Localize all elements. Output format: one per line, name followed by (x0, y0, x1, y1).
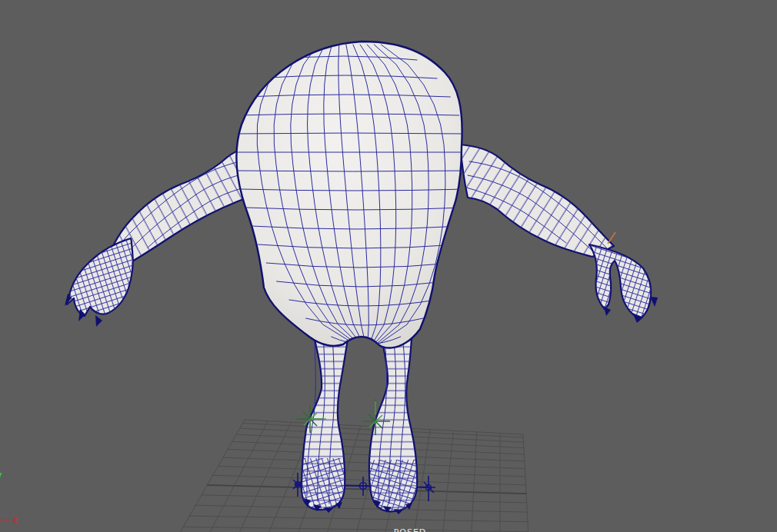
character-model[interactable] (65, 42, 658, 517)
axis-y-label: y (0, 470, 2, 480)
camera-label: POSED (394, 527, 427, 532)
view-axis-gizmo: x y (0, 470, 18, 525)
axis-x-label: x (12, 515, 18, 525)
scene-canvas: x y (0, 0, 777, 532)
viewport-3d[interactable]: x y POSED (0, 0, 777, 532)
grid-plane (175, 420, 529, 532)
wrist-orient-accent (608, 232, 615, 244)
